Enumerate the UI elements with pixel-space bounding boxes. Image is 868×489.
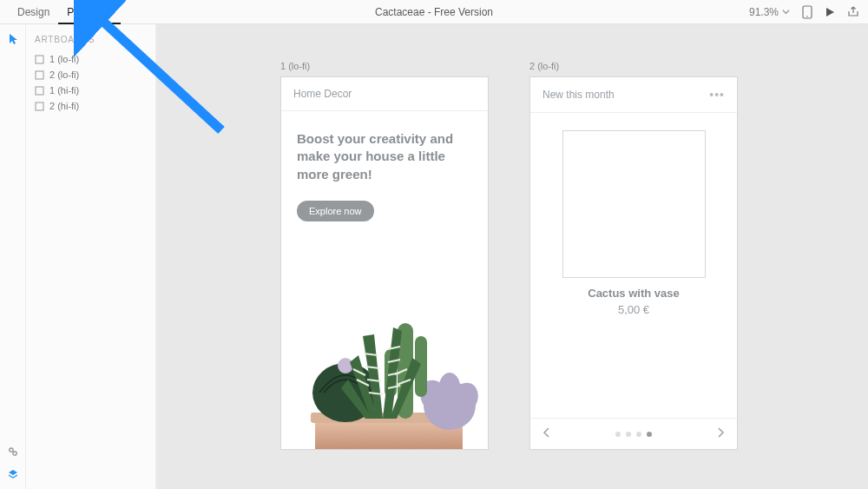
screen-header: Home Decor [281, 77, 488, 111]
sidebar-section-title: ARTBOARDS [35, 35, 147, 44]
artboard-label: 2 (lo-fi) [529, 61, 738, 71]
cactus-illustration-icon [281, 275, 488, 449]
chevron-right-icon[interactable] [714, 426, 727, 442]
svg-rect-7 [36, 102, 43, 110]
zoom-value: 91.3% [749, 6, 779, 18]
layers-icon[interactable] [7, 468, 19, 480]
canvas[interactable]: 1 (lo-fi) Home Decor Boost your creativi… [156, 24, 868, 489]
tab-design[interactable]: Design [9, 0, 58, 24]
svg-point-1 [806, 16, 808, 17]
link-icon[interactable] [7, 446, 19, 458]
sidebar-item-artboard[interactable]: 1 (hi-fi) [35, 83, 147, 98]
mode-tabs: Design Prototype [0, 0, 121, 24]
carousel-footer [530, 418, 737, 449]
artboard-group-2: 2 (lo-fi) New this month ••• Cactus with… [529, 61, 738, 450]
sidebar-item-label: 2 (lo-fi) [49, 69, 79, 80]
pointer-tool-icon[interactable] [7, 33, 19, 45]
document-title: Cactaceae - Free Version [375, 6, 493, 18]
screen-header-title: New this month [542, 89, 615, 101]
play-icon[interactable] [825, 7, 835, 17]
topbar: Design Prototype Cactaceae - Free Versio… [0, 0, 868, 24]
share-icon[interactable] [847, 6, 859, 18]
pager-dot[interactable] [615, 432, 621, 437]
artboard-label: 1 (lo-fi) [280, 61, 489, 71]
chevron-down-icon [782, 8, 790, 16]
svg-rect-6 [36, 87, 43, 95]
screen-header: New this month ••• [530, 77, 737, 113]
more-icon[interactable]: ••• [709, 88, 725, 102]
sidebar-item-label: 2 (hi-fi) [49, 101, 79, 111]
sidebar-item-artboard[interactable]: 2 (lo-fi) [35, 67, 147, 83]
artboard-icon [35, 70, 44, 80]
svg-rect-4 [36, 56, 43, 63]
tab-prototype[interactable]: Prototype [58, 0, 120, 24]
left-rail [0, 24, 26, 489]
artboard-icon [35, 55, 44, 64]
sidebar: ARTBOARDS 1 (lo-fi) 2 (lo-fi) 1 (hi-fi) … [26, 24, 156, 489]
svg-point-15 [338, 358, 353, 373]
device-icon[interactable] [802, 5, 812, 19]
pager-dot[interactable] [636, 432, 641, 437]
sidebar-item-label: 1 (lo-fi) [49, 54, 79, 64]
svg-point-2 [9, 448, 12, 452]
zoom-control[interactable]: 91.3% [749, 6, 790, 18]
artboard-icon [35, 86, 44, 96]
svg-point-3 [12, 452, 16, 455]
product-image-placeholder [562, 130, 706, 278]
explore-button[interactable]: Explore now [297, 201, 374, 221]
artboard-icon [35, 102, 44, 111]
svg-rect-5 [36, 71, 43, 79]
artboard-group-1: 1 (lo-fi) Home Decor Boost your creativi… [280, 61, 489, 450]
artboard-1-lofi[interactable]: Home Decor Boost your creativity and mak… [280, 76, 489, 450]
hero-text: Boost your creativity and make your hous… [281, 111, 488, 195]
artboard-2-lofi[interactable]: New this month ••• Cactus with vase 5,00… [529, 76, 738, 450]
sidebar-item-artboard[interactable]: 1 (lo-fi) [35, 51, 147, 67]
product-name: Cactus with vase [556, 287, 711, 300]
pager [615, 432, 652, 437]
sidebar-item-artboard[interactable]: 2 (hi-fi) [35, 98, 147, 114]
product-price: 5,00 € [556, 303, 711, 316]
hero-image [281, 275, 488, 449]
pager-dot-active[interactable] [647, 432, 652, 437]
sidebar-item-label: 1 (hi-fi) [49, 85, 79, 96]
topbar-right: 91.3% [749, 5, 859, 19]
svg-point-13 [439, 373, 460, 400]
chevron-left-icon[interactable] [541, 426, 553, 442]
pager-dot[interactable] [626, 432, 631, 437]
